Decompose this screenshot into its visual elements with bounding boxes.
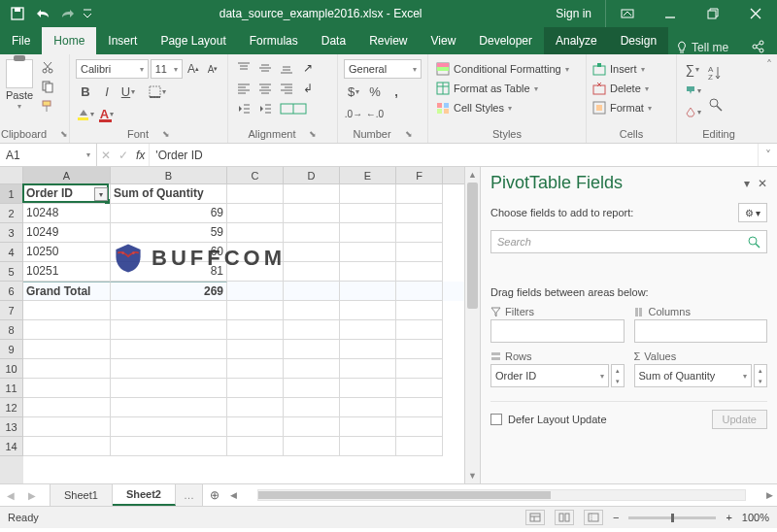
cell[interactable]: [23, 320, 111, 340]
select-all-corner[interactable]: [0, 167, 23, 183]
formula-input[interactable]: 'Order ID: [150, 144, 758, 166]
normal-view-icon[interactable]: [525, 510, 545, 525]
cell[interactable]: [340, 340, 396, 359]
hscroll-thumb[interactable]: [258, 491, 551, 499]
cell[interactable]: [111, 320, 227, 340]
col-header[interactable]: B: [111, 167, 227, 183]
cell[interactable]: [23, 437, 111, 456]
decrease-decimal-icon[interactable]: ←.0: [365, 104, 385, 123]
cell[interactable]: [227, 301, 284, 320]
row-header[interactable]: 3: [0, 223, 23, 243]
cell[interactable]: 269: [111, 282, 227, 301]
pane-dropdown-icon[interactable]: ▾: [744, 177, 750, 190]
zoom-level[interactable]: 100%: [742, 512, 769, 523]
qat-customize-icon[interactable]: [82, 2, 93, 25]
increase-decimal-icon[interactable]: .0→: [344, 104, 363, 123]
sort-filter-icon[interactable]: AZ: [706, 59, 726, 88]
field-search-input[interactable]: Search: [490, 230, 767, 253]
row-header[interactable]: 8: [0, 320, 23, 340]
cell[interactable]: [396, 301, 443, 320]
align-left-icon[interactable]: [234, 80, 253, 97]
cell[interactable]: [111, 437, 227, 456]
format-painter-icon[interactable]: [37, 97, 58, 115]
cell[interactable]: [396, 282, 443, 301]
col-header[interactable]: C: [227, 167, 284, 183]
row-header[interactable]: 1: [0, 184, 23, 204]
cell[interactable]: [111, 379, 227, 398]
wrap-text-icon[interactable]: ↲: [298, 80, 318, 97]
cell[interactable]: [23, 340, 111, 359]
cell[interactable]: 60: [111, 243, 227, 262]
cell[interactable]: [396, 223, 443, 243]
align-right-icon[interactable]: [277, 80, 296, 97]
cell[interactable]: [284, 184, 340, 204]
scroll-down-icon[interactable]: ▼: [465, 468, 480, 483]
row-header[interactable]: 13: [0, 417, 23, 437]
cell[interactable]: [396, 262, 443, 282]
cell[interactable]: [340, 243, 396, 262]
cell[interactable]: 69: [111, 204, 227, 223]
tab-analyze[interactable]: Analyze: [544, 27, 609, 54]
row-header[interactable]: 10: [0, 359, 23, 379]
scroll-up-icon[interactable]: ▲: [465, 167, 480, 183]
cell[interactable]: [227, 417, 284, 437]
cell[interactable]: [340, 204, 396, 223]
tab-data[interactable]: Data: [310, 27, 357, 54]
zoom-in-icon[interactable]: +: [726, 512, 731, 523]
tab-review[interactable]: Review: [357, 27, 419, 54]
italic-button[interactable]: I: [97, 82, 117, 101]
cell[interactable]: [227, 243, 284, 262]
decrease-indent-icon[interactable]: [234, 100, 253, 117]
copy-icon[interactable]: [37, 78, 58, 95]
cell[interactable]: [227, 340, 284, 359]
rows-reorder-icon[interactable]: ▴▾: [611, 364, 625, 387]
scroll-thumb[interactable]: [467, 183, 478, 309]
conditional-formatting-button[interactable]: Conditional Formatting▾: [434, 59, 580, 79]
sheet-tab[interactable]: Sheet1: [51, 484, 113, 506]
page-break-view-icon[interactable]: [584, 510, 603, 525]
underline-button[interactable]: U: [118, 82, 138, 101]
filters-area[interactable]: [490, 319, 625, 343]
cell[interactable]: [227, 320, 284, 340]
cell[interactable]: [23, 417, 111, 437]
font-launcher-icon[interactable]: ⬊: [162, 129, 170, 139]
vertical-scrollbar[interactable]: ▲ ▼: [464, 167, 480, 483]
cell[interactable]: [227, 204, 284, 223]
row-header[interactable]: 2: [0, 204, 23, 223]
name-box[interactable]: A1▾: [0, 144, 97, 166]
sheet-nav-next-icon[interactable]: ▶: [21, 484, 43, 506]
cut-icon[interactable]: [37, 58, 58, 76]
format-cells-button[interactable]: Format▾: [592, 98, 670, 117]
hscroll-left-icon[interactable]: ◀: [226, 490, 242, 500]
cell[interactable]: [284, 340, 340, 359]
cell[interactable]: [23, 301, 111, 320]
col-header[interactable]: E: [340, 167, 396, 183]
pane-close-icon[interactable]: ✕: [758, 177, 767, 190]
increase-indent-icon[interactable]: [255, 100, 275, 117]
cell[interactable]: 10249: [23, 223, 111, 243]
number-format-select[interactable]: General▾: [344, 59, 422, 79]
align-middle-icon[interactable]: [255, 59, 275, 77]
values-reorder-icon[interactable]: ▴▾: [754, 364, 767, 387]
cell[interactable]: [340, 417, 396, 437]
tell-me[interactable]: Tell me: [668, 41, 736, 54]
fill-color-icon[interactable]: [76, 104, 95, 123]
number-launcher-icon[interactable]: ⬊: [405, 129, 413, 139]
find-select-icon[interactable]: [706, 90, 726, 119]
cell[interactable]: [284, 320, 340, 340]
defer-update-checkbox[interactable]: [490, 414, 502, 425]
cell[interactable]: [23, 359, 111, 379]
update-button[interactable]: Update: [712, 410, 767, 429]
cell[interactable]: [284, 417, 340, 437]
cell[interactable]: [284, 301, 340, 320]
cell[interactable]: [396, 204, 443, 223]
cell[interactable]: 59: [111, 223, 227, 243]
percent-format-icon[interactable]: %: [365, 82, 385, 101]
new-sheet-icon[interactable]: ⊕: [203, 484, 226, 506]
cell[interactable]: [396, 184, 443, 204]
page-layout-view-icon[interactable]: [555, 510, 574, 525]
cell[interactable]: [111, 359, 227, 379]
redo-icon[interactable]: [56, 2, 80, 25]
expand-formula-bar-icon[interactable]: ˅: [758, 144, 777, 166]
cell[interactable]: [340, 223, 396, 243]
